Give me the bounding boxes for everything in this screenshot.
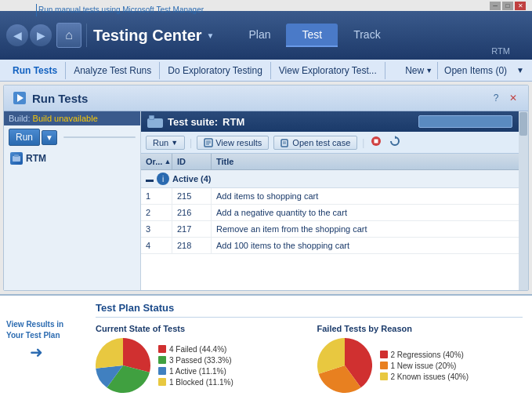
row2-id: 216 [172, 205, 212, 220]
left-chart-section: Current State of Tests [96, 324, 302, 393]
rtm-tree-item[interactable]: RTM [4, 149, 140, 168]
svg-rect-3 [14, 154, 19, 157]
active-group-row: ▬ i Active (4) [141, 170, 519, 188]
suite-search-input[interactable] [418, 115, 512, 128]
row4-order: 4 [141, 238, 172, 253]
row1-id: 215 [172, 188, 212, 204]
left-sidebar: Build: Build unavailable Run ▼ [4, 111, 141, 290]
col-order: Or... ▲ [141, 154, 172, 169]
right-chart-legend: 2 Regressions (40%) 1 New issue (20%) 2 … [380, 351, 469, 381]
panel-title-text: Run Tests [32, 92, 88, 105]
toolbar-open-arrow[interactable]: ▼ [513, 63, 527, 78]
legend-item-blocked: 1 Blocked (11.1%) [158, 378, 233, 387]
dropdown-arrow-icon[interactable]: ▼ [207, 31, 215, 40]
suite-header: Test suite: RTM [141, 111, 519, 132]
refresh-button[interactable] [388, 134, 402, 151]
rtm-label: RTM [491, 46, 510, 56]
table-row[interactable]: 2 216 Add a negative quantity to the car… [141, 205, 519, 221]
bottom-annotation-text: View Results inYour Test Plan [6, 319, 63, 341]
run-action-button[interactable]: Run ▼ [146, 136, 185, 150]
panel-header: Run Tests ? ✕ [4, 85, 528, 111]
panel-close-button[interactable]: ✕ [506, 91, 520, 105]
view-results-icon [204, 138, 213, 147]
run-tests-panel: Run Tests ? ✕ Build: Build unavailable R… [3, 85, 529, 291]
build-label: Build: Build unavailable [4, 111, 140, 125]
bottom-annotation-arrow: ➜ [30, 343, 63, 362]
table-row[interactable]: 4 218 Add 100 items to the shopping cart [141, 238, 519, 254]
new-issue-dot [380, 362, 388, 369]
active-badge: i [157, 173, 169, 185]
sort-icon: ▲ [164, 158, 171, 165]
toolbar: Run Tests Analyze Test Runs Do Explorato… [0, 60, 532, 82]
forward-button[interactable]: ▶ [30, 24, 52, 46]
row3-title: Remove an item from the shopping cart [212, 221, 519, 237]
open-test-case-button[interactable]: Open test case [273, 136, 357, 150]
run-button[interactable]: Run [9, 129, 40, 146]
bottom-panel-title: Test Plan Status [96, 302, 523, 318]
panel-body: Build: Build unavailable Run ▼ [4, 111, 528, 290]
blocked-dot [158, 378, 166, 386]
stop-button[interactable] [369, 134, 383, 151]
col-title: Title [212, 154, 519, 169]
col-id: ID [172, 154, 212, 169]
active-label: Active (4) [172, 174, 212, 184]
bottom-content: Current State of Tests [96, 324, 523, 393]
left-chart-legend: 4 Failed (44.4%) 3 Passed (33.3%) 1 Acti… [158, 345, 233, 387]
build-value: Build unavailable [33, 114, 98, 123]
row3-id: 217 [172, 221, 212, 237]
rtm-tree-icon [10, 152, 23, 165]
home-button[interactable]: ⌂ [56, 23, 81, 48]
top-bar: ◀ ▶ ⌂ Testing Center ▼ Plan Test Track R… [0, 11, 532, 60]
legend-item-active: 1 Active (11.1%) [158, 367, 233, 376]
svg-rect-2 [13, 156, 20, 162]
action-toolbar: Run ▼ | View results [141, 132, 519, 154]
toolbar-sep-1: | [190, 137, 192, 148]
toolbar-new-button[interactable]: New ▼ [400, 62, 437, 79]
suite-icon [147, 115, 163, 128]
run-dropdown-button[interactable]: ▼ [42, 130, 57, 145]
row1-order: 1 [141, 188, 172, 204]
row4-title: Add 100 items to the shopping cart [212, 238, 519, 253]
collapse-icon[interactable]: ▬ [146, 175, 154, 184]
suite-header-label: Test suite: [168, 116, 218, 128]
run-action-arrow-icon: ▼ [171, 139, 178, 147]
maximize-button[interactable]: □ [502, 2, 513, 10]
row4-id: 218 [172, 238, 212, 253]
right-chart-area: 2 Regressions (40%) 1 New issue (20%) 2 … [317, 338, 523, 393]
row2-order: 2 [141, 205, 172, 220]
table-row[interactable]: 3 217 Remove an item from the shopping c… [141, 221, 519, 238]
legend-item-regressions: 2 Regressions (40%) [380, 351, 469, 359]
rtm-label-text: RTM [26, 153, 46, 164]
view-results-button[interactable]: View results [197, 136, 269, 150]
toolbar-run-tests[interactable]: Run Tests [5, 62, 66, 79]
table-header: Or... ▲ ID Title [141, 154, 519, 170]
top-annotation-text: Run manual tests using Microsoft Test Ma… [38, 5, 204, 14]
toolbar-analyze[interactable]: Analyze Test Runs [66, 62, 160, 79]
tab-test[interactable]: Test [286, 24, 338, 47]
toolbar-open-items[interactable]: Open Items (0) [437, 62, 513, 79]
right-chart-title: Failed Tests by Reason [317, 324, 523, 333]
regressions-dot [380, 351, 388, 358]
left-chart-area: 4 Failed (44.4%) 3 Passed (33.3%) 1 Acti… [96, 338, 302, 393]
toolbar-view-exploratory[interactable]: View Exploratory Test... [271, 62, 385, 79]
tab-plan[interactable]: Plan [233, 24, 286, 47]
bottom-panel: View Results inYour Test Plan ➜ Test Pla… [0, 294, 532, 407]
row1-title: Add items to shopping cart [212, 188, 519, 204]
stop-icon [371, 136, 382, 147]
toolbar-exploratory[interactable]: Do Exploratory Testing [160, 62, 271, 79]
close-button[interactable]: ✕ [515, 2, 526, 10]
legend-item-passed: 3 Passed (33.3%) [158, 356, 233, 365]
tab-track[interactable]: Track [338, 24, 396, 47]
minimize-button[interactable]: ─ [490, 2, 501, 10]
panel-help-button[interactable]: ? [489, 91, 503, 105]
refresh-icon [389, 136, 400, 147]
right-content: Test suite: RTM Run ▼ | [141, 111, 528, 290]
table-row[interactable]: 1 215 Add items to shopping cart [141, 188, 519, 205]
left-pie-chart [96, 338, 150, 393]
back-button[interactable]: ◀ [6, 24, 28, 46]
left-chart-title: Current State of Tests [96, 324, 302, 333]
row3-order: 3 [141, 221, 172, 237]
right-pie-chart [317, 338, 372, 393]
legend-item-known-issues: 2 Known issues (40%) [380, 372, 469, 381]
new-dropdown-icon: ▼ [425, 67, 432, 74]
